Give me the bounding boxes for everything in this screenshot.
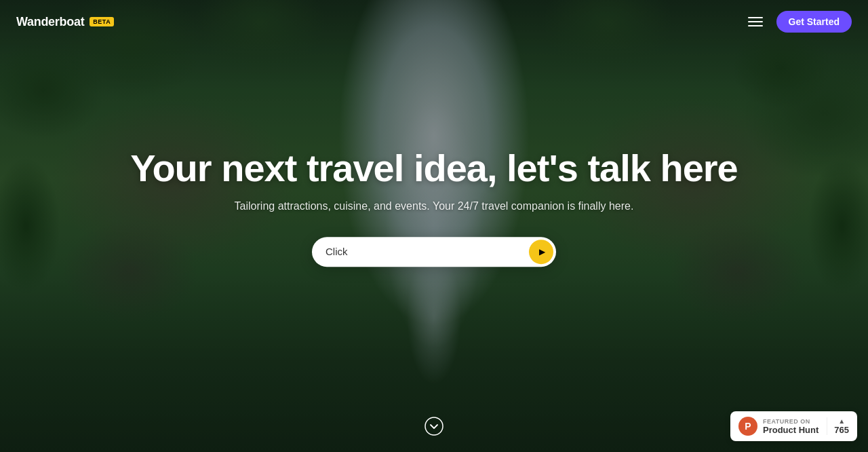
brand-name: Wanderboat [16,15,84,29]
hamburger-menu-icon[interactable] [748,17,763,26]
ph-vote-count: ▲ 765 [827,417,849,435]
get-started-button[interactable]: Get Started [776,11,852,33]
search-container [14,237,854,267]
hero-section: Wanderboat beta Get Started Your next tr… [0,0,868,452]
scroll-down-indicator[interactable] [425,417,443,438]
svg-point-0 [425,417,443,435]
product-hunt-badge[interactable]: P FEATURED ON Product Hunt ▲ 765 [730,411,857,441]
ph-logo-letter: P [745,421,751,432]
hamburger-line-3 [748,25,763,26]
scroll-down-icon [425,417,443,436]
nav-right: Get Started [748,11,852,33]
beta-badge: beta [90,17,114,26]
search-input[interactable] [326,246,529,257]
ph-featured-label: FEATURED ON [763,418,818,425]
hamburger-line-2 [748,21,763,22]
hero-title: Your next travel idea, let's talk here [14,147,854,189]
search-bar [312,237,556,267]
ph-text-container: FEATURED ON Product Hunt [763,418,818,435]
ph-name: Product Hunt [763,425,818,435]
hamburger-line-1 [748,17,763,18]
navbar: Wanderboat beta Get Started [0,0,868,43]
product-hunt-logo: P [738,417,757,436]
ph-up-arrow: ▲ [838,417,845,425]
hero-content: Your next travel idea, let's talk here T… [0,147,868,278]
nav-left: Wanderboat beta [16,15,114,29]
ph-number: 765 [834,425,849,435]
search-submit-button[interactable] [529,240,553,264]
hero-subtitle: Tailoring attractions, cuisine, and even… [14,200,854,212]
